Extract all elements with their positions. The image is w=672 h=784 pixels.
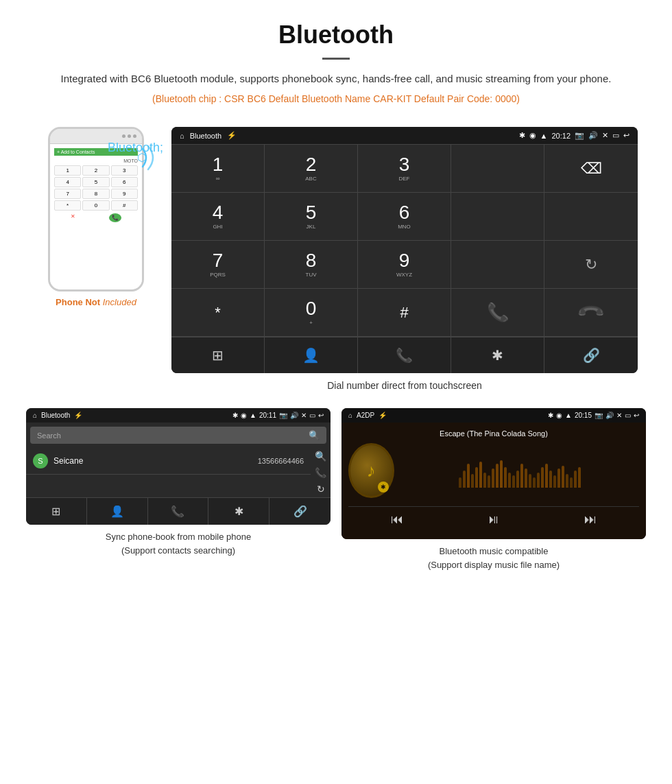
key-3[interactable]: 3 DEF [358, 145, 451, 193]
nav-link[interactable]: 🔗 [544, 337, 638, 373]
dial-time: 20:12 [551, 132, 571, 140]
dial-bottom-nav: ⊞ 👤 📞 ✱ 🔗 [171, 337, 638, 373]
phone-not-included-label: Phone Not Included [56, 297, 136, 307]
page-header: Bluetooth Integrated with BC6 Bluetooth … [0, 0, 672, 113]
header-specs: (Bluetooth chip : CSR BC6 Default Blueto… [14, 91, 658, 106]
music-time: 20:15 [575, 412, 592, 419]
music-back-icon[interactable]: ↩ [634, 412, 639, 419]
dial-status-bar: ⌂ Bluetooth ⚡ ✱ ◉ ▲ 20:12 📷 🔊 ✕ ▭ ↩ [171, 127, 638, 144]
pb-home-icon[interactable]: ⌂ [33, 412, 37, 419]
close-icon[interactable]: ✕ [602, 131, 608, 140]
pb-call-icon[interactable]: 📞 [315, 467, 326, 478]
music-content: Escape (The Pina Colada Song) ♪ ✱ ⏮ ⏯ ⏭ [341, 423, 646, 539]
contact-name: Seicane [53, 456, 258, 466]
pb-nav-call[interactable]: 📞 [148, 498, 209, 525]
bluetooth-status-icon: ✱ [519, 131, 525, 140]
key-7[interactable]: 7 PQRS [171, 241, 265, 289]
music-usb-icon: ⚡ [379, 412, 387, 419]
pb-right-icons: 🔍 📞 ↻ [311, 448, 331, 497]
pb-sig-icon: ▲ [250, 412, 256, 419]
middle-section: ⬡ Bluetooth; + Add to Contacts MOTO 123 [0, 113, 672, 408]
dial-caption: Dial number direct from touchscreen [171, 380, 638, 401]
nav-contacts[interactable]: 👤 [265, 337, 358, 373]
music-bt-badge: ✱ [378, 482, 389, 492]
nav-call[interactable]: 📞 [358, 337, 451, 373]
key-call-red[interactable]: 📞 [544, 289, 638, 337]
key-call-green[interactable]: 📞 [451, 289, 544, 337]
music-x-icon[interactable]: ✕ [616, 412, 622, 419]
key-6[interactable]: 6 MNO [358, 193, 451, 241]
pb-search-right-icon[interactable]: 🔍 [315, 451, 326, 462]
play-pause-button[interactable]: ⏯ [488, 512, 500, 527]
pb-back-icon[interactable]: ↩ [318, 412, 324, 419]
pb-refresh-icon[interactable]: ↻ [317, 484, 325, 495]
dial-title: Bluetooth [190, 132, 221, 140]
key-hash[interactable]: # [358, 289, 451, 337]
dial-screen: ⌂ Bluetooth ⚡ ✱ ◉ ▲ 20:12 📷 🔊 ✕ ▭ ↩ [171, 127, 638, 401]
back-icon[interactable]: ↩ [623, 131, 629, 140]
prev-button[interactable]: ⏮ [391, 512, 403, 527]
key-refresh[interactable]: ↻ [544, 241, 638, 289]
key-9[interactable]: 9 WXYZ [358, 241, 451, 289]
pb-loc-icon: ◉ [241, 412, 247, 419]
pb-x-icon[interactable]: ✕ [301, 412, 307, 419]
phone-area: ⬡ Bluetooth; + Add to Contacts MOTO 123 [34, 127, 158, 307]
page-title: Bluetooth [14, 21, 658, 49]
key-8[interactable]: 8 TUV [265, 241, 358, 289]
home-icon[interactable]: ⌂ [180, 132, 184, 140]
phonebook-panel: ⌂ Bluetooth ⚡ ✱ ◉ ▲ 20:11 📷 🔊 ✕ ▭ ↩ [26, 408, 331, 571]
phonebook-screen: ⌂ Bluetooth ⚡ ✱ ◉ ▲ 20:11 📷 🔊 ✕ ▭ ↩ [26, 408, 331, 525]
music-bt-icon: ✱ [548, 412, 553, 419]
key-1[interactable]: 1 ∞ [171, 145, 265, 193]
key-backspace[interactable]: ⌫ [544, 145, 638, 193]
pb-search-bar[interactable]: Search 🔍 [30, 427, 326, 444]
key-4[interactable]: 4 GHI [171, 193, 265, 241]
nav-dialpad[interactable]: ⊞ [171, 337, 265, 373]
pb-bottom-nav: ⊞ 👤 📞 ✱ 🔗 [26, 497, 331, 525]
key-empty-2 [544, 193, 638, 241]
music-loc-icon: ◉ [556, 412, 562, 419]
pb-title: Bluetooth [41, 412, 70, 419]
key-2[interactable]: 2 ABC [265, 145, 358, 193]
signal-icon: ▲ [540, 132, 548, 140]
pb-nav-link[interactable]: 🔗 [269, 498, 331, 525]
bluetooth-icon: Bluetooth; [108, 141, 163, 155]
music-win-icon[interactable]: ▭ [625, 412, 631, 419]
volume-icon[interactable]: 🔊 [588, 131, 598, 140]
pb-cam-icon[interactable]: 📷 [279, 412, 287, 419]
pb-search-placeholder: Search [37, 431, 61, 440]
music-home-icon[interactable]: ⌂ [348, 412, 352, 419]
usb-icon: ⚡ [227, 131, 237, 140]
contacts-area: S Seicane 13566664466 🔍 📞 ↻ [26, 448, 331, 497]
next-button[interactable]: ⏭ [584, 512, 597, 527]
pb-nav-contacts[interactable]: 👤 [87, 498, 148, 525]
music-title-bar: A2DP [357, 412, 374, 419]
pb-nav-bt[interactable]: ✱ [208, 498, 269, 525]
music-note-icon: ♪ [367, 460, 376, 482]
nav-bluetooth[interactable]: ✱ [451, 337, 544, 373]
pb-win-icon[interactable]: ▭ [309, 412, 315, 419]
camera-icon[interactable]: 📷 [575, 131, 584, 140]
music-caption: Bluetooth music compatible (Support disp… [341, 545, 646, 571]
contact-avatar: S [33, 453, 48, 468]
album-art: ♪ ✱ [348, 443, 394, 498]
key-empty-3 [451, 241, 544, 289]
music-cam-icon[interactable]: 📷 [595, 412, 603, 419]
key-5[interactable]: 5 JKL [265, 193, 358, 241]
keypad-grid: 1 ∞ 2 ABC 3 DEF ⌫ 4 GHI [171, 144, 638, 337]
music-panel: ⌂ A2DP ⚡ ✱ ◉ ▲ 20:15 📷 🔊 ✕ ▭ ↩ [341, 408, 646, 571]
phonebook-caption: Sync phone-book from mobile phone (Suppo… [26, 530, 331, 557]
bottom-panels: ⌂ Bluetooth ⚡ ✱ ◉ ▲ 20:11 📷 🔊 ✕ ▭ ↩ [0, 408, 672, 585]
pb-usb-icon: ⚡ [74, 412, 82, 419]
window-icon[interactable]: ▭ [612, 131, 619, 140]
contact-item[interactable]: S Seicane 13566664466 [26, 448, 311, 475]
pb-vol-icon[interactable]: 🔊 [290, 412, 298, 419]
key-0[interactable]: 0 + [265, 289, 358, 337]
pb-time: 20:11 [259, 412, 276, 419]
music-controls: ⏮ ⏯ ⏭ [348, 506, 639, 532]
search-icon[interactable]: 🔍 [309, 430, 320, 440]
music-vol-icon[interactable]: 🔊 [605, 412, 614, 419]
pb-nav-dialpad[interactable]: ⊞ [26, 498, 87, 525]
key-star[interactable]: * [171, 289, 265, 337]
header-divider [322, 58, 350, 60]
